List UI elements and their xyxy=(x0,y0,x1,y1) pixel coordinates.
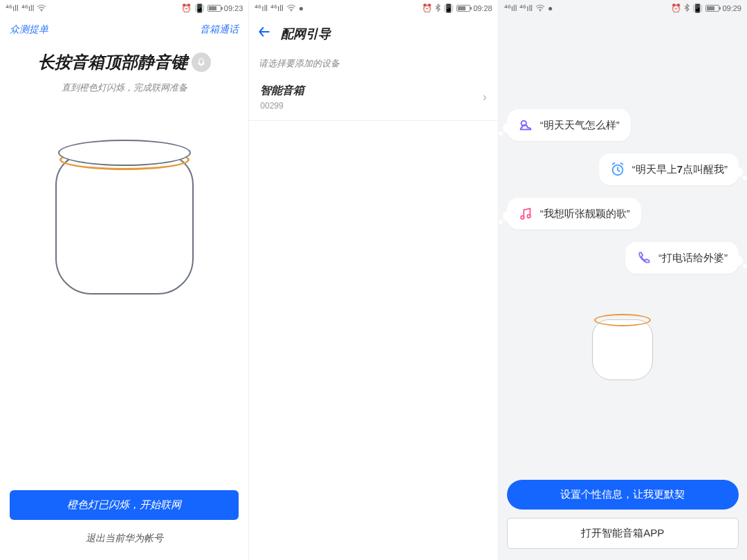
speaker-illustration xyxy=(592,311,653,380)
dot-icon: ● xyxy=(548,4,553,12)
status-bar: ⁴⁶ıll ⁴⁶ıll ⏰ 📳 09:23 xyxy=(0,0,248,17)
wifi-icon xyxy=(286,3,296,13)
page-title: 长按音箱顶部静音键 xyxy=(38,51,211,73)
bubble-text: “我想听张靓颖的歌” xyxy=(540,207,630,221)
signal-icon: ⁴⁶ıll xyxy=(6,4,19,12)
battery-icon xyxy=(208,5,221,12)
alarm-icon: ⏰ xyxy=(422,4,432,12)
device-name: 智能音箱 xyxy=(260,84,304,98)
alarm-icon: ⏰ xyxy=(181,4,192,12)
section-caption: 请选择要添加的设备 xyxy=(249,50,497,74)
chevron-right-icon: › xyxy=(483,90,487,104)
bubble-text: “打电话给外婆” xyxy=(658,252,728,265)
status-time: 09:23 xyxy=(224,4,243,12)
bubble-text: “明天早上7点叫醒我” xyxy=(632,163,728,176)
weather-icon xyxy=(518,118,533,133)
bubble-text: “明天天气怎么样” xyxy=(540,119,620,132)
vibrate-icon: 📳 xyxy=(443,4,454,12)
screen-onboarding: ⁴⁶ıll ⁴⁶ıll ● ⏰ 📳 09:29 xyxy=(499,0,747,560)
speaker-illustration xyxy=(55,136,194,295)
svg-point-1 xyxy=(290,10,292,12)
speaker-call-link[interactable]: 音箱通话 xyxy=(200,24,239,36)
mute-icon xyxy=(192,53,211,72)
status-bar: ⁴⁶ıll ⁴⁶ıll ● ⏰ 📳 09:28 xyxy=(249,0,497,17)
feedback-link[interactable]: 众测提单 xyxy=(10,24,48,36)
signal-icon: ⁴⁶ıll xyxy=(270,4,284,12)
page-subtitle: 直到橙色灯闪烁，完成联网准备 xyxy=(62,82,187,94)
signal-icon: ⁴⁶ıll xyxy=(519,4,533,12)
start-network-button[interactable]: 橙色灯已闪烁，开始联网 xyxy=(10,490,239,520)
signal-icon: ⁴⁶ıll xyxy=(21,4,35,12)
svg-point-5 xyxy=(521,216,524,219)
status-bar: ⁴⁶ıll ⁴⁶ıll ● ⏰ 📳 09:29 xyxy=(499,0,747,17)
wifi-icon xyxy=(535,3,545,13)
vibrate-icon: 📳 xyxy=(194,4,205,12)
bluetooth-icon xyxy=(435,3,441,13)
status-time: 09:29 xyxy=(722,4,741,12)
status-time: 09:28 xyxy=(473,4,492,12)
phone-icon xyxy=(636,250,652,265)
screen-setup: ⁴⁶ıll ⁴⁶ıll ⏰ 📳 09:23 众测提单 音箱通话 长按音箱顶部静音… xyxy=(0,0,249,560)
example-bubble-music: “我想听张靓颖的歌” xyxy=(507,198,641,230)
device-list-item[interactable]: 智能音箱 00299 › xyxy=(249,74,497,121)
setup-profile-button[interactable]: 设置个性信息，让我更默契 xyxy=(507,480,739,510)
alarm-icon: ⏰ xyxy=(671,4,681,12)
example-bubble-alarm: “明天早上7点叫醒我” xyxy=(599,153,739,185)
signal-icon: ⁴⁶ıll xyxy=(255,4,268,12)
alarm-clock-icon xyxy=(610,162,625,177)
signal-icon: ⁴⁶ıll xyxy=(504,4,517,12)
back-icon[interactable] xyxy=(257,25,271,42)
screen-device-list: ⁴⁶ıll ⁴⁶ıll ● ⏰ 📳 09:28 配网引导 xyxy=(249,0,498,560)
battery-icon xyxy=(706,5,719,12)
music-icon xyxy=(518,206,533,221)
vibrate-icon: 📳 xyxy=(692,4,703,12)
bluetooth-icon xyxy=(684,3,690,13)
battery-icon xyxy=(456,5,470,12)
open-app-button[interactable]: 打开智能音箱APP xyxy=(507,518,739,549)
example-bubble-phone: “打电话给外婆” xyxy=(625,242,739,274)
dot-icon: ● xyxy=(299,4,304,12)
svg-point-0 xyxy=(41,10,42,12)
wifi-icon xyxy=(37,3,46,13)
svg-point-2 xyxy=(540,10,541,12)
nav-title: 配网引导 xyxy=(281,26,331,42)
nav-bar: 配网引导 xyxy=(249,17,497,50)
example-bubble-weather: “明天天气怎么样” xyxy=(507,109,631,141)
logout-link[interactable]: 退出当前华为帐号 xyxy=(86,532,163,545)
device-code: 00299 xyxy=(260,101,304,111)
svg-point-6 xyxy=(527,214,531,218)
